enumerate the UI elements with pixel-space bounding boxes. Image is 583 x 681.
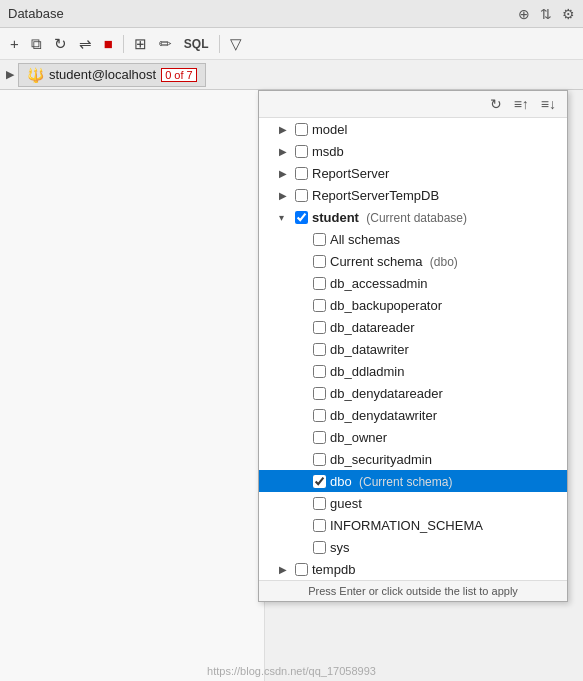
item-label: dbo (Current schema) [330,474,559,489]
item-label: tempdb [312,562,559,577]
item-label: db_datawriter [330,342,559,357]
left-panel [0,90,265,681]
add-button[interactable]: + [6,33,23,54]
separator1 [123,35,124,53]
list-item[interactable]: ▶msdb [259,140,567,162]
item-checkbox[interactable] [313,453,326,466]
item-label: All schemas [330,232,559,247]
item-checkbox[interactable] [313,233,326,246]
list-item[interactable]: db_datareader [259,316,567,338]
item-label: db_backupoperator [330,298,559,313]
list-item[interactable]: db_securityadmin [259,448,567,470]
item-label: sys [330,540,559,555]
list-item[interactable]: ▶ReportServerTempDB [259,184,567,206]
item-checkbox[interactable] [313,277,326,290]
tab-count-badge: 0 of 7 [161,68,197,82]
item-sublabel: (dbo) [426,255,457,269]
list-item[interactable]: ▶model [259,118,567,140]
item-label: db_ddladmin [330,364,559,379]
arrow-icon: ▶ [279,146,291,157]
list-item[interactable]: All schemas [259,228,567,250]
item-checkbox[interactable] [313,343,326,356]
dropdown-toolbar: ↻ ≡↑ ≡↓ [259,91,567,118]
item-checkbox[interactable] [295,145,308,158]
list-item[interactable]: dbo (Current schema) [259,470,567,492]
split-icon[interactable]: ⇅ [540,6,552,22]
refresh-button[interactable]: ↻ [50,33,71,55]
list-item[interactable]: ▶ReportServer [259,162,567,184]
item-checkbox[interactable] [313,497,326,510]
item-checkbox[interactable] [295,189,308,202]
item-label: db_denydatawriter [330,408,559,423]
refresh-dropdown-button[interactable]: ↻ [487,95,505,113]
list-item[interactable]: db_denydatareader [259,382,567,404]
item-checkbox[interactable] [295,563,308,576]
arrow-icon: ▾ [279,212,291,223]
item-label: db_datareader [330,320,559,335]
list-item[interactable]: db_ddladmin [259,360,567,382]
title-bar-label: Database [8,6,64,21]
arrow-icon: ▶ [279,168,291,179]
list-item[interactable]: sys [259,536,567,558]
item-checkbox[interactable] [313,519,326,532]
edit-button[interactable]: ✏ [155,33,176,55]
item-label: Current schema (dbo) [330,254,559,269]
list-item[interactable]: Current schema (dbo) [259,250,567,272]
item-label: ReportServer [312,166,559,181]
list-item[interactable]: db_denydatawriter [259,404,567,426]
title-bar: Database ⊕ ⇅ ⚙ [0,0,583,28]
item-checkbox[interactable] [313,475,326,488]
list-item[interactable]: ▾student (Current database) [259,206,567,228]
list-item[interactable]: db_accessadmin [259,272,567,294]
list-item[interactable]: guest [259,492,567,514]
item-label: msdb [312,144,559,159]
item-checkbox[interactable] [313,387,326,400]
item-label: INFORMATION_SCHEMA [330,518,559,533]
item-checkbox[interactable] [313,541,326,554]
tab-arrow-icon[interactable]: ▶ [6,68,14,81]
item-label: db_accessadmin [330,276,559,291]
separator2 [219,35,220,53]
list-item[interactable]: INFORMATION_SCHEMA [259,514,567,536]
list-item[interactable]: ▶tempdb [259,558,567,580]
toolbar: + ⧉ ↻ ⇌ ■ ⊞ ✏ SQL ▽ [0,28,583,60]
item-label: guest [330,496,559,511]
item-checkbox[interactable] [313,431,326,444]
sql-button[interactable]: SQL [180,35,213,53]
tab-item-student[interactable]: 🔱 student@localhost 0 of 7 [18,63,206,87]
filter-button[interactable]: ▽ [226,33,246,55]
item-label: db_securityadmin [330,452,559,467]
item-checkbox[interactable] [313,255,326,268]
list-item[interactable]: db_datawriter [259,338,567,360]
copy-button[interactable]: ⧉ [27,33,46,55]
tab-bar: ▶ 🔱 student@localhost 0 of 7 [0,60,583,90]
title-bar-icons: ⊕ ⇅ ⚙ [518,6,575,22]
item-label: db_denydatareader [330,386,559,401]
globe-icon[interactable]: ⊕ [518,6,530,22]
item-checkbox[interactable] [313,321,326,334]
item-checkbox[interactable] [313,409,326,422]
arrow-icon: ▶ [279,564,291,575]
watermark: https://blog.csdn.net/qq_17058993 [0,665,583,677]
item-checkbox[interactable] [295,123,308,136]
tab-label: student@localhost [49,67,156,82]
dropdown-footer: Press Enter or click outside the list to… [259,580,567,601]
item-label: db_owner [330,430,559,445]
arrow-icon: ▶ [279,124,291,135]
sort-desc-button[interactable]: ≡↓ [538,95,559,113]
item-label: model [312,122,559,137]
list-item[interactable]: db_owner [259,426,567,448]
item-checkbox[interactable] [313,299,326,312]
item-checkbox[interactable] [295,211,308,224]
item-label: student (Current database) [312,210,559,225]
settings-icon[interactable]: ⚙ [562,6,575,22]
stop-button[interactable]: ■ [100,33,117,54]
dropdown-panel: ↻ ≡↑ ≡↓ ▶model▶msdb▶ReportServer▶ReportS… [258,90,568,602]
main-area: ↻ ≡↑ ≡↓ ▶model▶msdb▶ReportServer▶ReportS… [0,90,583,681]
sort-asc-button[interactable]: ≡↑ [511,95,532,113]
list-item[interactable]: db_backupoperator [259,294,567,316]
item-checkbox[interactable] [313,365,326,378]
filter2-button[interactable]: ⇌ [75,33,96,55]
item-checkbox[interactable] [295,167,308,180]
table-button[interactable]: ⊞ [130,33,151,55]
